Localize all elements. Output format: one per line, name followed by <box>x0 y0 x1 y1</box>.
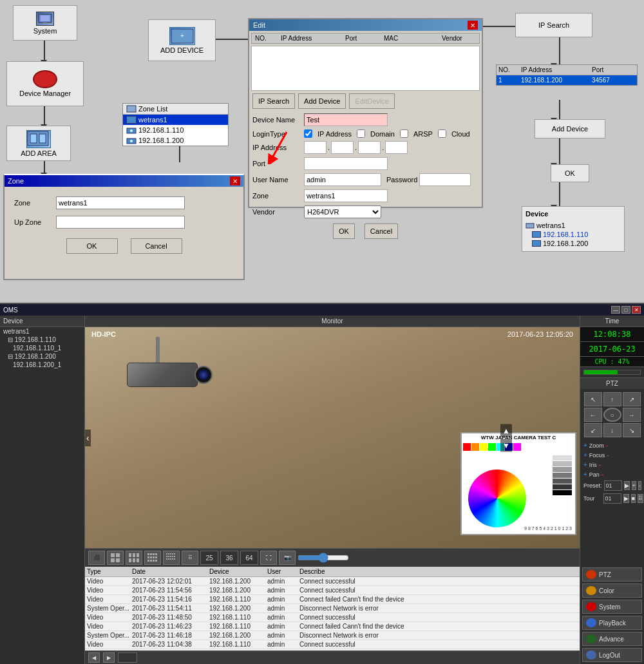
tour-play[interactable]: ▶ <box>623 494 629 503</box>
zone-edit-label: Zone <box>252 192 304 200</box>
svg-rect-15 <box>111 553 115 557</box>
ptz-down[interactable]: ↓ <box>603 423 621 437</box>
v-arrow-ok <box>559 138 560 164</box>
vendor-select[interactable]: H264DVR <box>304 205 381 218</box>
tour-stop[interactable]: ■ <box>631 494 636 503</box>
password-input[interactable] <box>419 173 471 186</box>
ptz-dr[interactable]: ↘ <box>623 423 641 437</box>
zone-edit-input[interactable]: wetrans1 <box>304 189 388 202</box>
zone-list-item-ip2[interactable]: 192.168.1.200 <box>123 135 228 146</box>
ptz-right[interactable]: → <box>623 408 641 422</box>
preset-add[interactable]: + <box>632 481 636 490</box>
zone-dialog-close[interactable]: ✕ <box>230 176 240 185</box>
tb-expand[interactable]: ⛶ <box>260 551 277 565</box>
zone-ok-button[interactable]: OK <box>66 238 118 254</box>
cb-arsp[interactable] <box>400 129 408 138</box>
device-name-input[interactable]: Test <box>304 113 388 126</box>
edit-device-button[interactable]: EditDevice <box>349 93 395 109</box>
device-manager-box[interactable]: Device Manager <box>6 61 84 106</box>
log-row[interactable]: Video2017-06-23 11:46:23192.168.1.110adm… <box>85 622 580 631</box>
log-row[interactable]: System Oper...2017-06-23 11:46:18192.168… <box>85 631 580 640</box>
device-item-ip1[interactable]: 192.168.1.110 <box>526 230 621 239</box>
ip-result-row-1[interactable]: 1 192.168.1.200 34567 <box>497 75 637 85</box>
edit-ok-button[interactable]: OK <box>333 223 355 239</box>
preset-go[interactable]: ▶ <box>624 481 630 490</box>
scroll-down-btn[interactable]: ▼ <box>500 439 512 451</box>
ptz-up[interactable]: ↑ <box>603 392 621 406</box>
ptz-dl[interactable]: ↙ <box>584 423 602 437</box>
zone-input[interactable]: wetrans1 <box>56 196 185 209</box>
minimize-button[interactable]: — <box>611 306 620 314</box>
add-device-button[interactable]: Add Device <box>298 93 346 109</box>
port-input[interactable] <box>304 157 388 170</box>
log-row[interactable]: Video2017-06-23 11:54:16192.168.1.110adm… <box>85 595 580 604</box>
username-input[interactable]: admin <box>304 173 381 186</box>
tb-snap[interactable]: 📷 <box>279 551 296 565</box>
tree-item-wetrans1[interactable]: wetrans1 <box>0 327 84 336</box>
device-item-ip2[interactable]: 192.168.1.200 <box>526 239 621 248</box>
ip-search-right-box[interactable]: IP Search <box>515 13 592 37</box>
preset-input[interactable] <box>604 480 622 491</box>
add-area-box[interactable]: ADD AREA <box>6 126 71 161</box>
scroll-left[interactable]: ‹ <box>85 430 91 446</box>
cb-cloud[interactable] <box>438 129 446 138</box>
log-prev[interactable]: ◀ <box>88 652 100 663</box>
svg-rect-21 <box>137 553 139 557</box>
ip-oct4[interactable] <box>385 141 408 154</box>
cb-domain-label: Domain <box>370 130 395 138</box>
tree-item-ip110-1[interactable]: 192.168.1.110_1 <box>0 344 84 352</box>
add-device-right-box[interactable]: Add Device <box>535 119 605 138</box>
system-box[interactable]: System <box>13 5 77 41</box>
log-row[interactable]: Video2017-06-23 11:54:56192.168.1.200adm… <box>85 586 580 595</box>
log-row[interactable]: Video2017-06-23 11:48:50192.168.1.110adm… <box>85 613 580 622</box>
ip-oct2[interactable] <box>331 141 354 154</box>
upzone-input[interactable] <box>56 216 185 229</box>
tb-4x4[interactable] <box>144 551 161 565</box>
zone-cancel-button[interactable]: Cancel <box>131 238 182 254</box>
color-btn[interactable]: Color <box>582 583 642 598</box>
zone-list-item-ip1[interactable]: 192.168.1.110 <box>123 125 228 135</box>
playback-btn[interactable]: PlayBack <box>582 616 642 630</box>
tree-item-ip200-1[interactable]: 192.168.1.200_1 <box>0 361 84 369</box>
ptz-left[interactable]: ← <box>584 408 602 422</box>
tb-6x6[interactable]: ⠿ <box>182 551 198 565</box>
maximize-button[interactable]: □ <box>621 306 630 314</box>
log-row[interactable]: Video2017-06-23 12:02:01192.168.1.200adm… <box>85 577 580 586</box>
ptz-ur[interactable]: ↗ <box>623 392 641 406</box>
scroll-up-btn[interactable]: ▲ <box>500 424 512 437</box>
ok-right-box[interactable]: OK <box>551 164 589 182</box>
log-row[interactable]: Video2017-06-23 11:04:38192.168.1.110adm… <box>85 640 580 649</box>
ptz-ul[interactable]: ↖ <box>584 392 602 406</box>
ptz-center[interactable]: ○ <box>603 408 621 422</box>
ip-oct1[interactable] <box>304 141 327 154</box>
close-button[interactable]: ✕ <box>632 306 641 314</box>
log-row[interactable]: System Oper...2017-06-23 11:54:11192.168… <box>85 604 580 613</box>
advance-btn[interactable]: Advance <box>582 632 642 646</box>
tb-1x1[interactable]: ⬛ <box>88 551 105 565</box>
cb-domain[interactable] <box>357 129 365 138</box>
cb-ip-address[interactable] <box>304 129 312 138</box>
ip-oct3[interactable] <box>358 141 381 154</box>
edit-dialog-close[interactable]: ✕ <box>468 21 478 30</box>
tb-3x2[interactable] <box>126 551 142 565</box>
edit-cancel-button[interactable]: Cancel <box>365 223 398 239</box>
logout-icon <box>586 650 596 659</box>
tour-input[interactable] <box>603 493 621 504</box>
tree-item-ip110[interactable]: ⊟ 192.168.1.110 <box>0 336 84 344</box>
preset-del[interactable]: - <box>638 481 641 490</box>
tb-2x2[interactable] <box>107 551 124 565</box>
zone-list-item-wetrans1[interactable]: wetrans1 <box>123 115 228 125</box>
tree-item-ip200[interactable]: ⊟ 192.168.1.200 <box>0 352 84 361</box>
logout-btn[interactable]: LogOut <box>582 648 642 662</box>
add-device-box[interactable]: + ADD DEVICE <box>148 19 216 61</box>
system-btn[interactable]: System <box>582 600 642 614</box>
svg-rect-35 <box>153 560 155 562</box>
ptz-btn-right[interactable]: PTZ <box>582 567 642 582</box>
log-next[interactable]: ▶ <box>103 652 115 663</box>
ip-search-button[interactable]: IP Search <box>252 93 295 109</box>
log-page[interactable] <box>118 652 137 663</box>
svg-rect-36 <box>155 560 157 562</box>
tb-grid[interactable] <box>163 551 180 565</box>
volume-slider[interactable] <box>298 553 349 563</box>
tour-grid[interactable]: ⠿ <box>638 494 643 503</box>
